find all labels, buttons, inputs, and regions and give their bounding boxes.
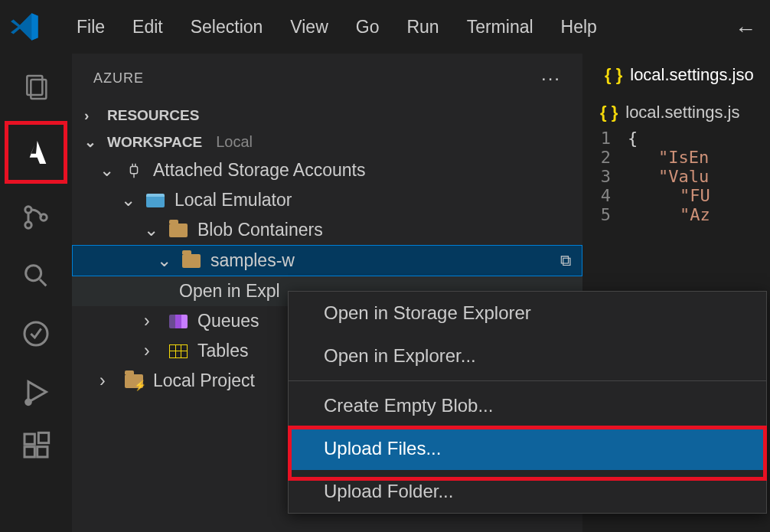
open-in-explorer-label: Open in Expl xyxy=(179,281,280,302)
line-number: 1 xyxy=(591,129,628,148)
blob-containers-label: Blob Containers xyxy=(197,220,323,240)
cm-open-storage-explorer[interactable]: Open in Storage Explorer xyxy=(289,292,766,335)
explorer-icon[interactable] xyxy=(11,63,60,112)
local-emulator-label: Local Emulator xyxy=(175,190,292,211)
menu-help[interactable]: Help xyxy=(547,9,611,45)
chevron-down-icon: ⌄ xyxy=(144,220,159,240)
line-number: 2 xyxy=(591,148,628,167)
local-emulator-row[interactable]: ⌄ Local Emulator xyxy=(72,185,582,215)
workspace-section[interactable]: ⌄ WORKSPACE Local xyxy=(72,129,582,155)
svg-rect-8 xyxy=(24,434,34,444)
chevron-down-icon: ⌄ xyxy=(121,190,136,211)
tab-bar: { } local.settings.jso xyxy=(583,54,770,96)
samples-label: samples-w xyxy=(210,250,295,271)
plug-icon xyxy=(124,161,144,181)
code-text: "Az xyxy=(628,205,710,224)
search-icon[interactable] xyxy=(11,251,60,300)
vscode-icon xyxy=(11,12,40,41)
chevron-right-icon: › xyxy=(100,370,115,391)
code-text: { xyxy=(628,129,638,148)
json-file-icon: { } xyxy=(600,103,618,122)
azure-icon[interactable] xyxy=(11,128,60,177)
svg-point-6 xyxy=(24,322,47,345)
cm-upload-folder[interactable]: Upload Folder... xyxy=(289,470,766,513)
svg-point-2 xyxy=(25,207,31,213)
line-number: 3 xyxy=(591,167,628,186)
folder-icon xyxy=(168,220,188,240)
queues-icon xyxy=(168,312,188,331)
folder-icon xyxy=(181,251,201,271)
code-editor[interactable]: 1{ 2"IsEn 3"Valu 4"FU 5"Az xyxy=(583,129,770,224)
more-actions-icon[interactable]: ··· xyxy=(541,67,561,89)
workspace-badge: Local xyxy=(216,133,253,151)
cm-upload-files[interactable]: Upload Files... xyxy=(289,427,766,470)
menu-view[interactable]: View xyxy=(276,9,341,45)
chevron-right-icon: › xyxy=(144,341,159,361)
new-folder-icon[interactable]: ⧉ xyxy=(560,252,571,269)
breadcrumb-label: local.settings.js xyxy=(625,103,739,122)
json-file-icon: { } xyxy=(605,65,622,85)
azure-activity-highlight xyxy=(5,121,67,184)
cm-open-explorer[interactable]: Open in Explorer... xyxy=(289,335,766,377)
menu-run[interactable]: Run xyxy=(393,9,452,45)
context-menu-separator xyxy=(289,380,766,381)
breadcrumb[interactable]: { } local.settings.js xyxy=(583,96,770,129)
menu-selection[interactable]: Selection xyxy=(177,9,277,45)
workspace-label: WORKSPACE xyxy=(107,134,202,151)
tables-label: Tables xyxy=(197,341,248,361)
chevron-right-icon: › xyxy=(84,107,100,124)
svg-rect-12 xyxy=(130,166,137,173)
activity-bar xyxy=(0,54,72,532)
context-menu: Open in Storage Explorer Open in Explore… xyxy=(288,291,767,514)
title-bar: File Edit Selection View Go Run Terminal… xyxy=(0,0,770,54)
test-icon[interactable] xyxy=(11,309,60,358)
menu-go[interactable]: Go xyxy=(342,9,393,45)
sidebar-title: AZURE xyxy=(93,70,144,86)
code-text: "Valu xyxy=(628,167,709,186)
svg-point-7 xyxy=(26,400,31,405)
line-number: 5 xyxy=(591,205,628,224)
back-arrow-icon[interactable]: ← xyxy=(735,17,756,41)
attached-storage-label: Attached Storage Accounts xyxy=(153,160,365,181)
menu-bar: File Edit Selection View Go Run Terminal… xyxy=(63,9,611,45)
svg-point-5 xyxy=(26,266,41,281)
code-text: "IsEn xyxy=(628,148,709,167)
chevron-down-icon: ⌄ xyxy=(100,160,115,181)
resources-section[interactable]: › RESOURCES xyxy=(72,103,582,129)
menu-file[interactable]: File xyxy=(63,9,119,45)
menu-edit[interactable]: Edit xyxy=(119,9,177,45)
svg-rect-9 xyxy=(24,447,34,457)
source-control-icon[interactable] xyxy=(11,193,60,242)
local-project-label: Local Project xyxy=(153,370,255,391)
line-number: 4 xyxy=(591,186,628,205)
svg-point-3 xyxy=(25,222,31,228)
tables-icon xyxy=(168,341,188,361)
blob-containers-row[interactable]: ⌄ Blob Containers xyxy=(72,215,582,245)
svg-rect-11 xyxy=(38,432,48,442)
samples-container-row[interactable]: ⌄ samples-w ⧉ xyxy=(72,245,582,276)
attached-storage-row[interactable]: ⌄ Attached Storage Accounts xyxy=(72,155,582,185)
menu-terminal[interactable]: Terminal xyxy=(453,9,547,45)
resources-label: RESOURCES xyxy=(107,107,199,124)
queues-label: Queues xyxy=(197,311,259,331)
extensions-icon[interactable] xyxy=(11,421,60,470)
tab-local-settings[interactable]: { } local.settings.jso xyxy=(591,54,768,96)
chevron-down-icon: ⌄ xyxy=(157,250,172,271)
storage-account-icon xyxy=(145,191,165,211)
tab-label: local.settings.jso xyxy=(630,65,753,85)
chevron-right-icon: › xyxy=(144,311,159,331)
code-text: "FU xyxy=(628,186,710,205)
svg-rect-10 xyxy=(38,447,47,457)
project-folder-icon xyxy=(124,371,144,391)
cm-create-empty-blob[interactable]: Create Empty Blob... xyxy=(289,384,766,427)
run-debug-icon[interactable] xyxy=(11,367,60,416)
chevron-down-icon: ⌄ xyxy=(84,133,100,151)
sidebar-header: AZURE ··· xyxy=(72,54,582,103)
